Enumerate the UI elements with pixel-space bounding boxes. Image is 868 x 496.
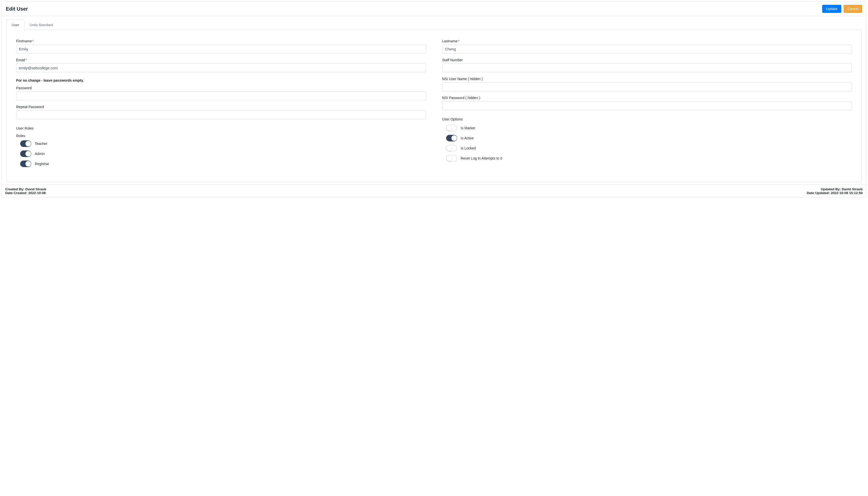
tab-units-standard[interactable]: Units Standard <box>25 20 59 30</box>
nsi-password-input[interactable] <box>442 101 852 110</box>
password-note: For no change - leave passwords empty. <box>16 78 426 82</box>
date-created-label: Date Created: <box>5 191 29 195</box>
staff-number-group: Staff Number <box>442 58 852 72</box>
nsi-username-group: NSI User Name ( hidden ) <box>442 77 852 91</box>
repeat-password-input[interactable] <box>16 110 426 119</box>
date-created-value: 2022-10-08 <box>29 191 46 195</box>
firstname-input[interactable] <box>16 45 426 53</box>
nsi-username-input[interactable] <box>442 82 852 91</box>
option-is-marker-label: Is Marker <box>461 126 475 130</box>
updated-by-label: Updated By: <box>821 187 841 191</box>
lastname-input[interactable] <box>442 45 852 53</box>
role-registrar-toggle[interactable] <box>20 160 31 167</box>
roles-label: Roles <box>16 134 426 138</box>
option-is-marker-row: Is Marker <box>442 125 852 131</box>
left-column: Firstname* Email* For no change - leave … <box>16 39 426 171</box>
option-is-active-label: Is Active <box>461 136 474 140</box>
update-button[interactable]: Update <box>822 5 841 13</box>
option-is-active-row: Is Active <box>442 135 852 141</box>
role-admin-toggle[interactable] <box>20 151 31 157</box>
staff-number-label: Staff Number <box>442 58 852 62</box>
option-is-active-toggle[interactable] <box>446 135 457 141</box>
role-teacher-label: Teacher <box>35 142 47 146</box>
password-group: Password <box>16 86 426 100</box>
email-label: Email* <box>16 58 426 62</box>
page-title: Edit User <box>6 6 28 12</box>
password-label: Password <box>16 86 426 90</box>
option-reset-attempts-toggle[interactable] <box>446 155 457 161</box>
firstname-label: Firstname* <box>16 39 426 43</box>
option-is-locked-row: Is Locked <box>442 145 852 152</box>
created-by-label: Created By: <box>5 187 26 191</box>
role-admin-row: Admin <box>16 151 426 157</box>
nsi-username-label: NSI User Name ( hidden ) <box>442 77 852 81</box>
cancel-button[interactable]: Cancel <box>843 5 862 13</box>
updated-by-value: David Straub <box>842 187 863 191</box>
required-marker: * <box>26 58 27 62</box>
tab-user[interactable]: User <box>6 20 25 30</box>
form-columns: Firstname* Email* For no change - leave … <box>16 39 852 171</box>
option-is-marker-toggle[interactable] <box>446 125 457 131</box>
password-input[interactable] <box>16 92 426 100</box>
tab-content-user: Firstname* Email* For no change - leave … <box>6 30 862 182</box>
user-roles-section-label: User Roles <box>16 126 426 130</box>
nsi-password-label: NSI Password ( hidden ) <box>442 96 852 100</box>
panel-body: User Units Standard Firstname* Email* Fo… <box>2 16 866 185</box>
panel-header: Edit User Update Cancel <box>2 2 866 16</box>
option-is-locked-label: Is Locked <box>461 146 476 150</box>
option-reset-attempts-row: Reset Log In Attempts to 0 <box>442 155 852 161</box>
lastname-label: Lastname* <box>442 39 852 43</box>
footer-left: Created By: David Straub Date Created: 2… <box>5 187 46 195</box>
nsi-password-group: NSI Password ( hidden ) <box>442 96 852 110</box>
staff-number-input[interactable] <box>442 63 852 72</box>
date-updated-label: Date Updated: <box>807 191 831 195</box>
role-admin-label: Admin <box>35 152 45 156</box>
email-group: Email* <box>16 58 426 72</box>
panel-footer: Created By: David Straub Date Created: 2… <box>2 185 866 197</box>
date-updated-value: 2022-10-08 15:12:50 <box>831 191 863 195</box>
footer-right: Updated By: David Straub Date Updated: 2… <box>807 187 863 195</box>
role-teacher-row: Teacher <box>16 140 426 147</box>
role-teacher-toggle[interactable] <box>20 140 31 147</box>
role-registrar-row: Registrar <box>16 160 426 167</box>
role-registrar-label: Registrar <box>35 162 49 166</box>
required-marker: * <box>458 39 459 43</box>
email-input[interactable] <box>16 63 426 72</box>
user-options-section-label: User Options <box>442 117 852 121</box>
edit-user-panel: Edit User Update Cancel User Units Stand… <box>1 1 867 198</box>
lastname-group: Lastname* <box>442 39 852 53</box>
right-column: Lastname* Staff Number NSI User Name ( h… <box>442 39 852 171</box>
option-reset-attempts-label: Reset Log In Attempts to 0 <box>461 156 502 160</box>
repeat-password-group: Repeat Password <box>16 105 426 119</box>
option-is-locked-toggle[interactable] <box>446 145 457 152</box>
repeat-password-label: Repeat Password <box>16 105 426 109</box>
tabs: User Units Standard <box>6 20 862 30</box>
firstname-group: Firstname* <box>16 39 426 53</box>
created-by-value: David Straub <box>26 187 46 191</box>
required-marker: * <box>32 39 33 43</box>
header-actions: Update Cancel <box>821 5 862 13</box>
